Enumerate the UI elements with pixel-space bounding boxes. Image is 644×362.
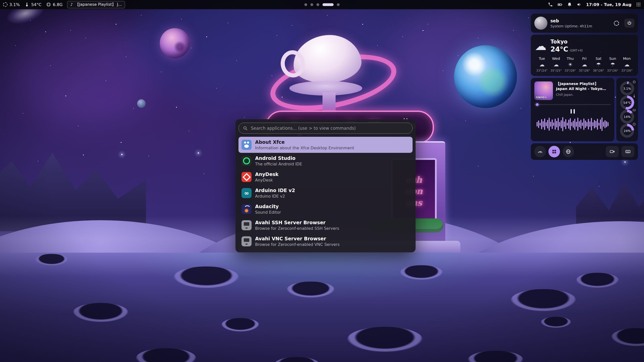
- forecast-day-label: Tue: [539, 57, 545, 61]
- crater: [174, 266, 239, 288]
- bell-icon[interactable]: [567, 2, 572, 7]
- playlist-label: 【Japanese Playlist】 J...: [75, 2, 122, 7]
- app-row-anydesk[interactable]: AnyDeskAnyDesk: [238, 169, 413, 185]
- mountains: [0, 146, 146, 231]
- crater: [35, 254, 68, 265]
- memory-value: 6.8G: [53, 2, 63, 7]
- app-desc: Sound Editor: [255, 210, 281, 215]
- forecast-day-label: Sun: [609, 57, 616, 61]
- app-name: Audacity: [255, 204, 281, 209]
- forecast-day[interactable]: Mon☁33°/26°: [620, 57, 634, 72]
- app-row-avahi-ssh[interactable]: Avahi SSH Server BrowserBrowse for Zeroc…: [238, 217, 413, 233]
- forecast-day-label: Sat: [595, 57, 601, 61]
- app-desc: Browse for Zeroconf-enabled SSH Servers: [255, 226, 339, 231]
- side-panel: seb System Uptime: 4h11m ☁ Tokyo 24°C (G…: [531, 14, 638, 160]
- grid-icon: [551, 149, 557, 154]
- app-row-about-xfce[interactable]: About XfceInformation about the Xfce Des…: [238, 137, 413, 153]
- forecast-row: Tue☁33°/24° Wed☁35°/25° Thu☀33°/26° Fri☁…: [535, 57, 634, 72]
- app-name: Android Studio: [255, 155, 302, 161]
- forecast-temps: 33°/26°: [607, 69, 618, 72]
- chip-icon: [46, 2, 51, 7]
- crater: [511, 289, 576, 311]
- crater: [73, 303, 128, 322]
- app-name: Arduino IDE v2: [255, 188, 295, 193]
- apps-button[interactable]: [548, 146, 560, 157]
- app-desc: AnyDesk: [255, 178, 278, 183]
- xfce-mouse-icon: [242, 140, 252, 150]
- clock[interactable]: 17:09 - Tue, 19 Aug: [586, 2, 631, 7]
- avatar: [534, 17, 547, 30]
- bright-star: [198, 152, 199, 154]
- app-row-avahi-vnc[interactable]: Avahi VNC Server BrowserBrowse for Zeroc…: [238, 233, 413, 249]
- workspace-dot[interactable]: [337, 3, 340, 6]
- pause-button[interactable]: [569, 108, 576, 115]
- cloud-icon: ☁: [535, 40, 546, 52]
- forecast-temps: 36°/26°: [593, 69, 604, 72]
- battery-icon[interactable]: [557, 2, 562, 7]
- crater: [347, 327, 423, 352]
- globe-button[interactable]: [562, 146, 574, 157]
- topbar: 3.1% 54°C 6.8G ♪ 【Japanese Playlist】 J..…: [0, 0, 644, 9]
- media-progress[interactable]: [534, 104, 611, 105]
- phone-icon[interactable]: [548, 2, 553, 7]
- pause-icon: [574, 109, 575, 114]
- globe-icon: [566, 149, 571, 154]
- forecast-day[interactable]: Sun☂33°/26°: [606, 57, 620, 72]
- forecast-temps: 35°/26°: [579, 69, 590, 72]
- camera-button[interactable]: [606, 146, 619, 157]
- app-desc: The official Android IDE: [255, 162, 302, 166]
- weather-timezone: (GMT+9): [570, 49, 583, 52]
- app-name: About Xfce: [255, 139, 354, 145]
- video-camera-icon: [610, 149, 615, 154]
- app-row-audacity[interactable]: AudacitySound Editor: [238, 201, 413, 217]
- workspace-dot[interactable]: [304, 3, 307, 6]
- cpu-indicator[interactable]: 3.1%: [3, 2, 20, 7]
- workspace-dot[interactable]: [316, 3, 319, 6]
- forecast-day[interactable]: Fri☁35°/26°: [577, 57, 591, 72]
- apps-grid-icon[interactable]: [636, 2, 641, 7]
- settings-button[interactable]: [611, 19, 621, 28]
- forecast-day[interactable]: Wed☁35°/25°: [549, 57, 563, 72]
- media-player-card: TOKYO L 【Japanese Playlist】 Japan All Ni…: [531, 78, 614, 141]
- quick-actions-card: [531, 143, 638, 160]
- forecast-day[interactable]: Thu☀33°/26°: [563, 57, 577, 72]
- waveform: [534, 116, 611, 132]
- forecast-day-label: Thu: [567, 57, 574, 61]
- progress-knob[interactable]: [536, 103, 539, 106]
- forecast-day-label: Mon: [623, 57, 631, 61]
- dashboard-button[interactable]: [534, 146, 546, 157]
- temperature-indicator[interactable]: 54°C: [24, 2, 42, 7]
- anydesk-icon: [242, 172, 252, 182]
- forecast-temps: 35°/25°: [550, 69, 562, 72]
- forecast-day-label: Wed: [552, 57, 560, 61]
- weather-icon: ☂: [610, 62, 615, 67]
- workspace-dot-active[interactable]: [323, 3, 334, 6]
- search-input[interactable]: [250, 125, 408, 131]
- forecast-day[interactable]: Sat☂36°/26°: [591, 57, 606, 72]
- album-art: TOKYO L: [534, 81, 553, 100]
- memory-indicator[interactable]: 6.8G: [46, 2, 63, 7]
- forecast-day[interactable]: Tue☁33°/24°: [535, 57, 549, 72]
- audacity-icon: [242, 204, 252, 214]
- android-studio-icon: [242, 156, 252, 166]
- search-box[interactable]: [238, 123, 413, 134]
- earth-planet: [454, 45, 517, 108]
- pedestal: [323, 93, 336, 113]
- volume-icon[interactable]: [577, 2, 582, 7]
- workspace-dot[interactable]: [310, 3, 313, 6]
- power-icon: [627, 21, 632, 26]
- power-button[interactable]: [624, 19, 634, 28]
- terminal-monitor-icon: [242, 220, 252, 230]
- media-subtitle: Chill Japan.: [556, 93, 611, 97]
- app-row-arduino[interactable]: Arduino IDE v2Arduino IDE v2: [238, 185, 413, 201]
- temperature-value: 54°C: [31, 2, 42, 7]
- weather-icon: ☂: [596, 62, 601, 67]
- playlist-button[interactable]: ♪ 【Japanese Playlist】 J...: [67, 1, 125, 8]
- app-row-android-studio[interactable]: Android StudioThe official Android IDE: [238, 153, 413, 169]
- app-desc: Information about the Xfce Desktop Envir…: [255, 146, 354, 150]
- cpu-icon: [3, 2, 8, 7]
- pause-icon: [571, 109, 572, 114]
- speedometer-icon: [537, 149, 543, 154]
- keyboard-button[interactable]: [621, 146, 634, 157]
- weather-icon: ☁: [624, 62, 629, 67]
